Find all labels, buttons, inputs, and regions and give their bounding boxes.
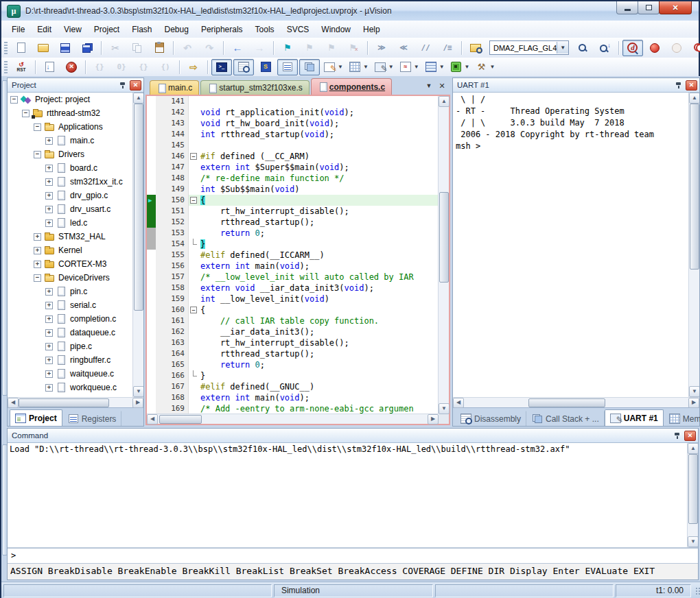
command-panel-header[interactable]: Command [8,429,698,443]
tab-list-dropdown-icon[interactable]: ▼ [423,81,434,91]
run-to-cursor-button[interactable]: {) [155,59,176,75]
command-vscrollbar[interactable] [687,443,698,547]
code-line-160[interactable]: 160{ [147,304,439,315]
scroll-up-icon[interactable] [439,96,450,107]
undo-button[interactable]: ↶ [177,40,198,56]
code-line-164[interactable]: 164 rtthread_startup(); [147,348,439,359]
pin-icon[interactable] [118,81,127,90]
tab-call-stack-[interactable]: Call Stack + ... [526,411,605,426]
dropdown-arrow-icon[interactable]: ▼ [338,64,343,70]
start-stop-debug-button[interactable]: d [622,40,643,56]
command-input[interactable]: > [8,549,698,564]
unindent-button[interactable]: ≪ [393,40,414,56]
trace-windows-button[interactable]: ▼ [423,59,447,75]
registers-window-button[interactable] [277,59,298,75]
incremental-find-button[interactable]: ↓ [594,40,615,56]
tree-item-led-c[interactable]: +led.c [8,216,133,230]
project-tree-vscrollbar[interactable] [132,93,143,397]
code-line-152[interactable]: 152 rtthread_startup(); [147,217,439,228]
code-line-156[interactable]: 156extern int main(void); [147,261,439,272]
code-line-147[interactable]: 147extern int $Super$$main(void); [147,162,439,173]
clear-bookmarks-button[interactable]: ⚑x [343,40,364,56]
scroll-thumb[interactable] [159,415,202,424]
menu-debug[interactable]: Debug [159,23,195,36]
uncomment-selection-button[interactable]: ∕≡ [437,40,458,56]
fold-collapse-icon[interactable] [189,195,198,206]
tree-item-cortex-m3[interactable]: +CORTEX-M3 [8,257,133,271]
scroll-thumb[interactable] [528,398,605,407]
code-line-157[interactable]: 157/* __low_level_init will auto called … [147,272,439,283]
code-line-151[interactable]: 151 rt_hw_interrupt_disable(); [147,206,439,217]
collapse-icon[interactable]: − [10,96,18,104]
toolbar-grip[interactable] [4,42,8,54]
close-button[interactable] [659,1,692,14]
collapse-icon[interactable]: − [22,110,30,117]
code-line-142[interactable]: 142void rt_application_init(void); [147,107,439,118]
tree-item-project-project[interactable]: −Project: project [8,93,133,106]
code-line-165[interactable]: 165 return 0; [147,359,439,370]
show-next-statement-button[interactable]: ⇨ [183,59,204,75]
tree-item-devicedrivers[interactable]: −DeviceDrivers [8,271,133,285]
tree-item-stm32f1xx-it-c[interactable]: +stm32f1xx_it.c [8,175,133,189]
tree-item-main-c[interactable]: +main.c [8,134,133,147]
scroll-up-icon[interactable] [688,443,698,454]
symbol-window-button[interactable]: S [255,59,276,75]
tree-item-pipe-c[interactable]: +pipe.c [8,339,133,353]
menu-help[interactable]: Help [357,23,386,36]
step-over-button[interactable]: 0} [111,59,132,75]
scroll-down-icon[interactable] [688,536,698,547]
scroll-left-icon[interactable] [453,398,464,408]
expand-icon[interactable]: + [45,370,53,378]
redo-button[interactable]: ↷ [199,40,220,56]
find-in-files-button[interactable] [465,40,486,56]
disassembly-window-button[interactable] [233,59,254,75]
code-line-167[interactable]: 167#elif defined(__GNUC__) [147,381,439,392]
scroll-left-icon[interactable] [147,414,158,424]
paste-button[interactable] [149,40,170,56]
dropdown-arrow-icon[interactable]: ▼ [465,64,470,70]
step-out-button[interactable]: {} [133,59,154,75]
insert-bookmark-button[interactable]: ⚑ [277,40,298,56]
expand-icon[interactable]: + [45,315,53,323]
tab-startup-stm32f103xe-s[interactable]: startup_stm32f103xe.s [200,80,309,95]
save-all-button[interactable] [77,40,97,56]
tab-main-c[interactable]: main.c [150,80,199,95]
code-line-150[interactable]: 150{ [147,195,439,206]
navigate-back-button[interactable]: ← [227,40,248,56]
scroll-left-icon[interactable] [8,398,19,408]
tree-item-completion-c[interactable]: +completion.c [8,312,133,326]
next-bookmark-button[interactable]: ⚑ [321,40,342,56]
pin-icon[interactable] [674,81,683,90]
step-button[interactable]: {} [89,59,110,75]
menu-window[interactable]: Window [315,23,357,36]
expand-icon[interactable]: + [45,329,53,337]
call-stack-window-button[interactable] [299,59,320,75]
dropdown-arrow-icon[interactable]: ▼ [490,64,495,70]
menu-peripherals[interactable]: Peripherals [195,23,249,36]
code-line-153[interactable]: 153 return 0; [147,228,439,239]
uart-panel-header[interactable]: UART #1 [453,78,699,93]
save-button[interactable] [55,40,75,56]
editor-vscrollbar[interactable] [438,96,449,414]
tab-project[interactable]: Project [10,409,62,426]
minimize-button[interactable] [616,1,638,14]
expand-icon[interactable]: + [45,343,53,350]
code-line-148[interactable]: 148/* re-define main function */ [147,173,439,184]
tree-item-pin-c[interactable]: +pin.c [8,285,133,298]
disable-all-breakpoints-button[interactable] [688,40,700,56]
code-line-145[interactable]: 145 [147,140,439,151]
scroll-thumb[interactable] [134,104,143,311]
insert-breakpoint-button[interactable] [644,40,665,56]
run-button[interactable]: ↓ [39,59,60,75]
collapse-icon[interactable]: − [34,274,41,282]
comment-selection-button[interactable]: ∕∕ [415,40,436,56]
scroll-thumb[interactable] [688,454,698,524]
project-tree-hscrollbar[interactable] [8,397,143,407]
reset-cpu-button[interactable]: ↺RST [11,59,32,75]
toolbar-grip[interactable] [4,61,8,73]
scroll-down-icon[interactable] [133,386,143,397]
copy-button[interactable] [127,40,148,56]
menu-edit[interactable]: Edit [31,23,58,36]
system-viewer-button[interactable]: ▼ [448,59,472,75]
code-editor[interactable]: 141142void rt_application_init(void);143… [147,96,439,414]
